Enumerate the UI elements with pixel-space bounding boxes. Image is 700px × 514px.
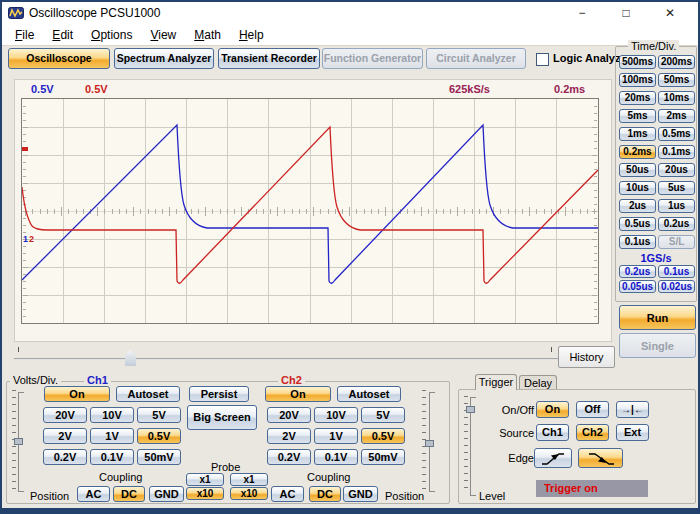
hslider-right-tick — [551, 347, 552, 352]
timediv-1us[interactable]: 1us — [658, 199, 695, 213]
ch1-volts-0-5v[interactable]: 0.5V — [137, 428, 181, 444]
ch2-autoset-button[interactable]: Autoset — [337, 386, 401, 402]
trigger-off-button[interactable]: Off — [576, 401, 609, 418]
timediv-0-5ms[interactable]: 0.5ms — [658, 127, 695, 141]
timediv-s-l[interactable]: S/L — [658, 235, 695, 249]
ch2-volts-0-5v[interactable]: 0.5V — [361, 428, 405, 444]
ch1-on-button[interactable]: On — [44, 386, 110, 402]
timediv-10us[interactable]: 10us — [619, 181, 656, 195]
trigger-edge-label: Edge — [496, 452, 534, 464]
trigger-center-button[interactable]: →|← — [616, 401, 649, 418]
ch1-volts-20v[interactable]: 20V — [43, 407, 87, 423]
timediv-5ms[interactable]: 5ms — [619, 109, 656, 123]
ch2-position-thumb[interactable] — [425, 440, 434, 447]
hslider-thumb[interactable] — [125, 350, 136, 366]
timediv-100ms[interactable]: 100ms — [619, 73, 656, 87]
timediv-0-1ms[interactable]: 0.1ms — [658, 145, 695, 159]
ch1-volts-0-2v[interactable]: 0.2V — [43, 449, 87, 465]
ch2-volts-50mv[interactable]: 50mV — [361, 449, 405, 465]
single-button[interactable]: Single — [619, 333, 696, 358]
timediv-5us[interactable]: 5us — [658, 181, 695, 195]
delay-tab[interactable]: Delay — [519, 375, 557, 390]
ch1-volts-1v[interactable]: 1V — [90, 428, 134, 444]
tab-transient-recorder[interactable]: Transient Recorder — [218, 48, 320, 69]
scope-display[interactable]: 12 — [21, 98, 599, 324]
history-button[interactable]: History — [558, 346, 615, 368]
ch2-volts-5v[interactable]: 5V — [361, 407, 405, 423]
ch1-coupling-ac[interactable]: AC — [77, 486, 110, 502]
timediv-20ms[interactable]: 20ms — [619, 91, 656, 105]
ch1-coupling-gnd[interactable]: GND — [149, 486, 184, 502]
trigger-on-button[interactable]: On — [536, 401, 569, 418]
menu-math[interactable]: Math — [185, 28, 230, 42]
timediv-gs-0-2us[interactable]: 0.2us — [619, 265, 656, 278]
timediv-gs-0-02us[interactable]: 0.02us — [658, 280, 695, 293]
trigger-level-thumb[interactable] — [466, 406, 475, 413]
trigger-source-ext[interactable]: Ext — [616, 424, 649, 441]
menu-file[interactable]: File — [6, 28, 43, 42]
timediv-0-5us[interactable]: 0.5us — [619, 217, 656, 231]
timediv-0-1us[interactable]: 0.1us — [619, 235, 656, 249]
ch1-coupling-dc[interactable]: DC — [113, 486, 145, 502]
timediv-0-2us[interactable]: 0.2us — [658, 217, 695, 231]
hslider-left-tick — [18, 347, 19, 352]
ch2-volts-1v[interactable]: 1V — [314, 428, 358, 444]
trigger-rising-edge-button[interactable] — [534, 448, 572, 468]
tab-function-generator[interactable]: Function Generator — [322, 48, 423, 69]
ch1-volts-10v[interactable]: 10V — [90, 407, 134, 423]
ch2-coupling-dc[interactable]: DC — [309, 486, 341, 502]
ch1-autoset-button[interactable]: Autoset — [116, 386, 180, 402]
run-button[interactable]: Run — [619, 305, 696, 330]
timediv-50ms[interactable]: 50ms — [658, 73, 695, 87]
persist-button[interactable]: Persist — [189, 386, 249, 402]
ch1-volts-2v[interactable]: 2V — [43, 428, 87, 444]
timediv-gs-0-05us[interactable]: 0.05us — [619, 280, 656, 293]
ch1-position-thumb[interactable] — [14, 438, 23, 445]
timediv-2us[interactable]: 2us — [619, 199, 656, 213]
ch2-volts-2v[interactable]: 2V — [267, 428, 311, 444]
trigger-tab[interactable]: Trigger — [475, 374, 517, 390]
ch2-volts-20v[interactable]: 20V — [267, 407, 311, 423]
ch1-probe-x1[interactable]: x1 — [186, 473, 224, 486]
tab-oscilloscope[interactable]: Oscilloscope — [8, 48, 110, 69]
timediv-500ms[interactable]: 500ms — [619, 55, 656, 69]
ch2-coupling-gnd[interactable]: GND — [343, 486, 378, 502]
ch1-volts-0-1v[interactable]: 0.1V — [90, 449, 134, 465]
ch2-on-button[interactable]: On — [265, 386, 331, 402]
waveform-canvas: 12 — [22, 99, 598, 323]
big-screen-button[interactable]: Big Screen — [187, 405, 257, 430]
ch2-volts-0-1v[interactable]: 0.1V — [314, 449, 358, 465]
timediv-50us[interactable]: 50us — [619, 163, 656, 177]
ch1-volts-50mv[interactable]: 50mV — [137, 449, 181, 465]
menu-edit[interactable]: Edit — [43, 28, 82, 42]
ch2-probe-x10[interactable]: x10 — [230, 487, 268, 500]
maximize-button[interactable]: □ — [604, 2, 648, 24]
timediv-2ms[interactable]: 2ms — [658, 109, 695, 123]
trigger-source-ch1[interactable]: Ch1 — [536, 424, 569, 441]
trigger-level-marker[interactable] — [22, 147, 28, 151]
timediv-1ms[interactable]: 1ms — [619, 127, 656, 141]
menu-options[interactable]: Options — [82, 28, 141, 42]
hslider-track[interactable] — [14, 358, 560, 360]
timediv-0-2ms[interactable]: 0.2ms — [619, 145, 656, 159]
ch2-voltsdiv-readout: 0.5V — [85, 83, 108, 95]
menu-help[interactable]: Help — [230, 28, 273, 42]
tab-spectrum-analyzer[interactable]: Spectrum Analyzer — [114, 48, 214, 69]
minimize-button[interactable]: − — [560, 2, 604, 24]
timediv-20us[interactable]: 20us — [658, 163, 695, 177]
ch1-volts-5v[interactable]: 5V — [137, 407, 181, 423]
ch2-volts-10v[interactable]: 10V — [314, 407, 358, 423]
timediv-200ms[interactable]: 200ms — [658, 55, 695, 69]
ch2-volts-0-2v[interactable]: 0.2V — [267, 449, 311, 465]
close-button[interactable]: ✕ — [648, 2, 692, 24]
timediv-gs-0-1us[interactable]: 0.1us — [658, 265, 695, 278]
trigger-falling-edge-button[interactable] — [578, 448, 623, 468]
menu-view[interactable]: View — [141, 28, 185, 42]
timediv-10ms[interactable]: 10ms — [658, 91, 695, 105]
trigger-source-ch2[interactable]: Ch2 — [576, 424, 609, 441]
ch2-probe-x1[interactable]: x1 — [230, 473, 268, 486]
tab-circuit-analyzer[interactable]: Circuit Analyzer — [426, 48, 526, 69]
logic-analyzer-checkbox[interactable] — [536, 53, 549, 66]
ch2-coupling-ac[interactable]: AC — [271, 486, 304, 502]
ch1-probe-x10[interactable]: x10 — [186, 487, 224, 500]
